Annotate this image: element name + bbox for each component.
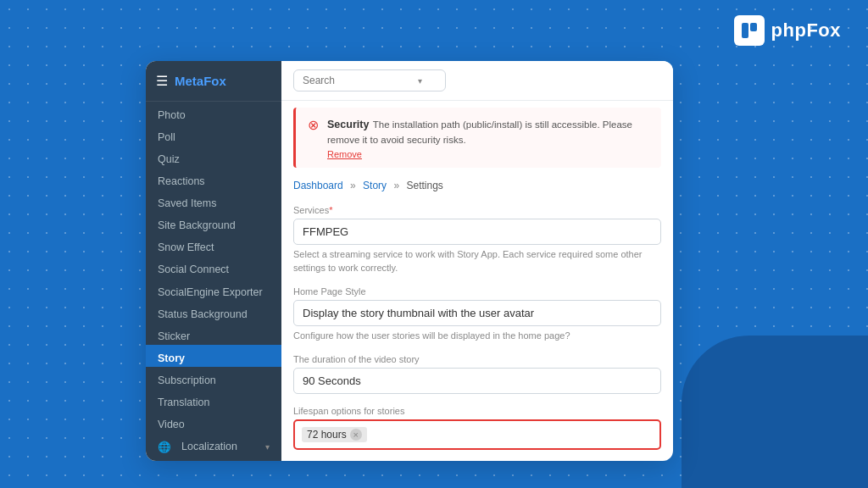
search-box[interactable]: ▾ [293, 69, 446, 92]
sidebar-item-story[interactable]: Story [146, 345, 281, 367]
chevron-down-icon: ▾ [418, 76, 422, 86]
main-card: ☰ MetaFox Photo Poll Quiz Reactions Save… [146, 61, 673, 461]
background-blob [682, 336, 868, 488]
breadcrumb-sep2: » [393, 180, 399, 191]
breadcrumb-sep1: » [350, 180, 356, 191]
lifespan-tag-value: 72 hours [307, 429, 347, 441]
main-content: ▾ ⊗ Security The installation path (publ… [281, 61, 673, 461]
breadcrumb-current: Settings [406, 180, 442, 191]
breadcrumb-dashboard[interactable]: Dashboard [293, 180, 343, 191]
settings-area: Services* Select a streaming service to … [281, 197, 673, 461]
video-duration-input[interactable] [293, 368, 661, 394]
sidebar-item-poll[interactable]: Poll [146, 124, 281, 146]
topbar: ▾ [281, 61, 673, 101]
search-input[interactable] [303, 75, 413, 86]
sidebar-item-reactions[interactable]: Reactions [146, 168, 281, 190]
phpfox-logo-icon [734, 15, 765, 46]
sidebar-item-video[interactable]: Video [146, 411, 281, 433]
alert-title: Security [327, 119, 369, 130]
lifespan-tag: 72 hours × [302, 427, 367, 442]
lifespan-label: Lifespan options for stories [293, 406, 661, 416]
sidebar-item-status-background[interactable]: Status Background [146, 301, 281, 323]
video-duration-label: The duration of the video story [293, 354, 661, 364]
video-duration-group: The duration of the video story [293, 354, 661, 394]
services-hint: Select a streaming service to work with … [293, 248, 661, 274]
sidebar-brand: MetaFox [175, 74, 226, 88]
alert-remove-link[interactable]: Remove [327, 149, 649, 159]
alert-circle-icon: ⊗ [308, 117, 319, 133]
sidebar-item-subscription[interactable]: Subscription [146, 367, 281, 389]
chevron-down-icon: ▾ [265, 442, 270, 452]
security-alert: ⊗ Security The installation path (public… [293, 108, 661, 168]
lifespan-tag-container[interactable]: 72 hours × [293, 419, 661, 450]
home-page-style-hint: Configure how the user stories will be d… [293, 330, 661, 342]
sidebar-item-quiz[interactable]: Quiz [146, 146, 281, 168]
home-page-style-label: Home Page Style [293, 286, 661, 297]
sidebar-item-social-connect[interactable]: Social Connect [146, 256, 281, 278]
localization-label: Localization [181, 441, 237, 452]
alert-content: Security The installation path (public/i… [327, 116, 649, 159]
sidebar-item-site-background[interactable]: Site Background [146, 212, 281, 234]
home-page-style-group: Home Page Style Configure how the user s… [293, 286, 661, 342]
home-page-style-input[interactable] [293, 300, 661, 326]
svg-rect-1 [750, 23, 757, 31]
sidebar-item-photo[interactable]: Photo [146, 102, 281, 124]
sidebar-item-saved-items[interactable]: Saved Items [146, 190, 281, 212]
globe-icon: 🌐 [158, 441, 171, 453]
lifespan-tag-remove[interactable]: × [350, 429, 362, 441]
sidebar-item-snow-effect[interactable]: Snow Effect [146, 234, 281, 256]
lifespan-group: Lifespan options for stories 72 hours × [293, 406, 661, 450]
phpfox-label: phpFox [771, 19, 841, 42]
sidebar-item-socialengine-exporter[interactable]: SocialEngine Exporter [146, 279, 281, 301]
sidebar-item-localization[interactable]: 🌐 Localization ▾ [146, 433, 281, 461]
breadcrumb-story[interactable]: Story [363, 180, 387, 191]
hamburger-icon[interactable]: ☰ [156, 73, 168, 89]
sidebar-header: ☰ MetaFox [146, 61, 281, 102]
sidebar-item-sticker[interactable]: Sticker [146, 323, 281, 345]
sidebar-item-translation[interactable]: Translation [146, 389, 281, 411]
sidebar: ☰ MetaFox Photo Poll Quiz Reactions Save… [146, 61, 281, 461]
alert-message: The installation path (public/install) i… [327, 119, 632, 145]
services-label: Services* [293, 205, 661, 215]
services-group: Services* Select a streaming service to … [293, 205, 661, 274]
svg-rect-0 [742, 23, 748, 38]
services-input[interactable] [293, 219, 661, 245]
phpfox-logo: phpFox [734, 15, 841, 46]
breadcrumb: Dashboard » Story » Settings [281, 175, 673, 197]
